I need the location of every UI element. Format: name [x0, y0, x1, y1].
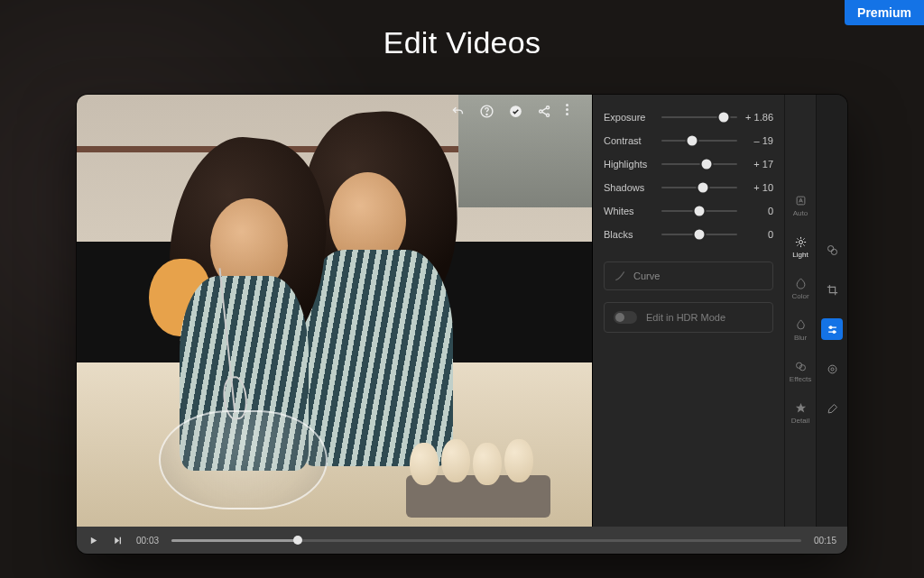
rail-item-blur[interactable]: Blur — [788, 318, 813, 342]
slider-value: + 10 — [743, 182, 773, 193]
slider-value: 0 — [743, 206, 773, 216]
undo-icon[interactable] — [450, 104, 466, 119]
slider-track[interactable] — [661, 210, 737, 212]
slider-track[interactable] — [661, 234, 737, 235]
color-icon — [794, 277, 808, 290]
category-rail: AutoLightColorBlurEffectsDetail — [784, 95, 816, 527]
tool-profiles[interactable] — [821, 239, 843, 261]
rail-item-label: Effects — [790, 376, 811, 383]
sliders-icon — [826, 323, 839, 336]
slider-blacks[interactable]: Blacks0 — [604, 223, 773, 246]
checkmark-circle-icon[interactable] — [508, 104, 523, 119]
slider-knob[interactable] — [698, 183, 708, 193]
slider-knob[interactable] — [695, 230, 705, 240]
hdr-label: Edit in HDR Mode — [646, 312, 725, 323]
svg-point-14 — [828, 365, 836, 373]
slider-track[interactable] — [661, 140, 737, 142]
rail-item-label: Color — [791, 293, 808, 300]
svg-point-2 — [510, 106, 522, 117]
tool-heal[interactable] — [821, 398, 843, 419]
adjust-panel: Exposure+ 1.86Contrast– 19Highlights+ 17… — [592, 95, 784, 527]
rail-item-light[interactable]: Light — [788, 235, 813, 259]
rail-item-detail[interactable]: Detail — [788, 401, 813, 425]
slider-shadows[interactable]: Shadows+ 10 — [604, 176, 773, 199]
slider-label: Contrast — [604, 135, 656, 146]
light-icon — [794, 235, 808, 249]
svg-point-3 — [540, 110, 542, 113]
tool-target[interactable] — [821, 358, 843, 380]
blur-icon — [794, 318, 808, 332]
rail-item-label: Light — [792, 252, 808, 259]
video-frame — [77, 95, 592, 527]
slider-value: + 1.86 — [743, 112, 773, 123]
playback-bar: 00:03 00:15 — [77, 527, 847, 554]
playback-track[interactable] — [171, 539, 801, 542]
page-title: Edit Videos — [0, 25, 924, 60]
svg-point-4 — [546, 106, 549, 109]
tool-adjust[interactable] — [821, 318, 843, 340]
rail-item-effects[interactable]: Effects — [788, 360, 813, 383]
step-forward-icon[interactable] — [112, 535, 124, 546]
svg-point-5 — [546, 114, 549, 116]
slider-track[interactable] — [661, 187, 737, 188]
curve-label: Curve — [633, 271, 660, 281]
slider-label: Exposure — [604, 112, 656, 123]
svg-point-15 — [830, 367, 833, 370]
slider-knob[interactable] — [695, 206, 705, 216]
play-icon[interactable] — [88, 535, 99, 546]
tool-crop[interactable] — [821, 279, 843, 300]
slider-contrast[interactable]: Contrast– 19 — [604, 129, 773, 152]
slider-highlights[interactable]: Highlights+ 17 — [604, 152, 773, 176]
slider-value: 0 — [743, 229, 773, 240]
slider-label: Blacks — [604, 229, 656, 240]
svg-point-13 — [833, 330, 836, 333]
rail-item-label: Auto — [793, 210, 808, 217]
detail-icon — [794, 401, 808, 415]
help-icon[interactable] — [479, 104, 494, 119]
tool-rail — [816, 95, 847, 527]
playback-total-time: 00:15 — [814, 536, 836, 546]
profiles-icon — [826, 243, 839, 257]
slider-label: Highlights — [604, 159, 656, 170]
app-window: Exposure+ 1.86Contrast– 19Highlights+ 17… — [77, 95, 847, 554]
slider-whites[interactable]: Whites0 — [604, 199, 773, 223]
slider-value: + 17 — [743, 159, 773, 170]
video-preview[interactable] — [77, 95, 592, 527]
svg-rect-16 — [120, 537, 121, 544]
effects-icon — [794, 360, 808, 373]
rail-item-color[interactable]: Color — [788, 277, 813, 300]
more-vert-icon[interactable] — [566, 104, 581, 119]
share-icon[interactable] — [537, 104, 552, 119]
crop-icon — [826, 283, 839, 297]
svg-point-12 — [829, 326, 832, 328]
svg-point-1 — [486, 114, 487, 115]
slider-label: Whites — [604, 206, 656, 216]
premium-badge[interactable]: Premium — [845, 0, 924, 25]
svg-point-10 — [827, 245, 833, 251]
rail-item-label: Detail — [791, 417, 809, 425]
slider-track[interactable] — [661, 116, 737, 118]
brush-icon — [826, 402, 839, 416]
hdr-toggle[interactable] — [614, 311, 637, 324]
slider-track[interactable] — [661, 163, 737, 165]
target-icon — [826, 362, 839, 376]
auto-icon — [794, 194, 808, 207]
slider-value: – 19 — [743, 135, 773, 146]
curve-button[interactable]: Curve — [604, 261, 773, 290]
slider-knob[interactable] — [701, 160, 711, 170]
rail-item-auto[interactable]: Auto — [788, 194, 813, 217]
svg-point-7 — [799, 241, 802, 244]
slider-exposure[interactable]: Exposure+ 1.86 — [604, 106, 773, 129]
playback-current-time: 00:03 — [136, 536, 159, 546]
slider-label: Shadows — [604, 182, 656, 193]
slider-knob[interactable] — [718, 113, 728, 123]
rail-item-label: Blur — [794, 335, 807, 342]
slider-knob[interactable] — [687, 136, 697, 146]
svg-point-11 — [831, 249, 836, 254]
edit-hdr-row[interactable]: Edit in HDR Mode — [604, 302, 773, 333]
